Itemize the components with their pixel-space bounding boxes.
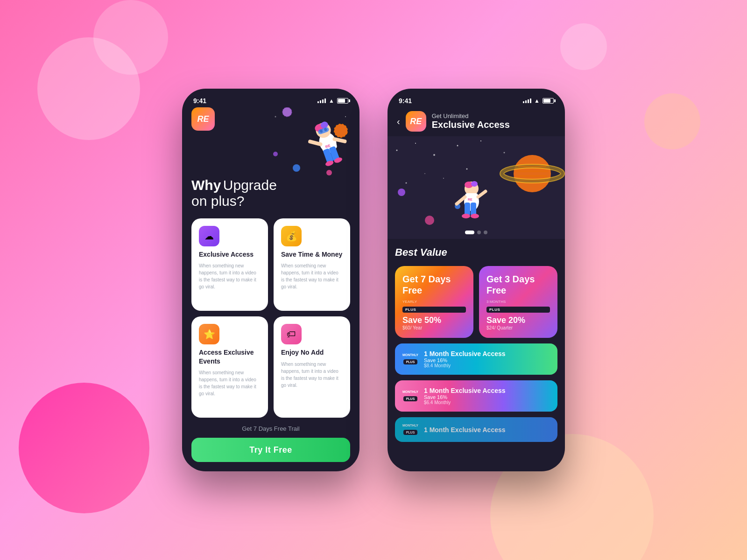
hero-illustration-1: RE — [261, 107, 359, 187]
phone2-header: ‹ RE Get Unlimited Exclusive Access — [388, 107, 565, 136]
monthly-price-1: $8.4 Monthly — [424, 363, 550, 368]
app-icon-2: RE — [406, 111, 426, 132]
3months-plan-type: 3 MONTHS — [486, 300, 550, 304]
monthly-badge-3: MONTHLY PLUS — [402, 424, 418, 435]
feature-card-access-events: ⭐ Access Exclusive Events When something… — [191, 316, 268, 418]
back-button[interactable]: ‹ — [397, 116, 400, 127]
title-on-plus: on plus? — [191, 193, 350, 209]
access-events-desc: When something new happens, turn it into… — [199, 369, 261, 397]
svg-point-36 — [406, 182, 407, 184]
svg-point-11 — [293, 164, 300, 172]
features-grid: ☁ Exclusive Access When something new ha… — [191, 218, 350, 418]
svg-text:RE: RE — [468, 198, 472, 201]
dot-2 — [477, 231, 481, 234]
yearly-save-price: $60/ Year — [402, 325, 466, 330]
monthly-title-3: 1 Month Exclusive Access — [424, 426, 550, 434]
yearly-save-pct: Save 50% — [402, 315, 466, 325]
pricing-card-3months[interactable]: Get 3 Days Free 3 MONTHS PLUS Save 20% $… — [479, 266, 557, 338]
svg-point-38 — [466, 168, 468, 170]
svg-point-40 — [425, 216, 434, 225]
svg-point-29 — [396, 150, 398, 151]
monthly-badge-1: MONTHLY PLUS — [402, 353, 418, 365]
exclusive-access-title: Exclusive Access — [199, 250, 261, 259]
svg-point-37 — [443, 178, 444, 179]
monthly-price-2: $6.4 Monthly — [424, 400, 550, 405]
exclusive-access-header: Exclusive Access — [432, 119, 510, 130]
hero-stars: RE — [388, 136, 565, 239]
yearly-days-free: Get 7 Days Free — [402, 273, 466, 296]
svg-point-58 — [462, 214, 470, 218]
wifi-icon: ▲ — [329, 98, 334, 104]
free-trail-text: Get 7 Days Free Trail — [242, 425, 300, 432]
monthly-card-3[interactable]: MONTHLY PLUS 1 Month Exclusive Access — [395, 417, 557, 442]
phone1-status-icons: ▲ — [317, 98, 348, 104]
phone-1: 9:41 ▲ RE — [182, 89, 359, 471]
best-value-label: Best Value — [395, 246, 557, 259]
access-events-icon: ⭐ — [199, 324, 219, 344]
svg-point-33 — [480, 140, 481, 141]
exclusive-access-desc: When something new happens, turn it into… — [199, 262, 261, 290]
signal-icon-2 — [523, 98, 531, 103]
get-unlimited-text: Get Unlimited — [432, 112, 510, 119]
phone2-hero: RE — [388, 136, 565, 239]
pricing-card-yearly[interactable]: Get 7 Days Free YEARLY PLUS Save 50% $60… — [395, 266, 473, 338]
no-ads-title: Enjoy No Add — [281, 348, 343, 357]
svg-point-35 — [424, 173, 425, 174]
3months-plan-badge: PLUS — [486, 307, 550, 313]
monthly-card-1[interactable]: MONTHLY PLUS 1 Month Exclusive Access Sa… — [395, 343, 557, 375]
phone1-notch — [238, 89, 303, 102]
save-time-desc: When something new happens, turn it into… — [281, 262, 343, 290]
feature-card-exclusive-access: ☁ Exclusive Access When something new ha… — [191, 218, 268, 311]
monthly-card-2[interactable]: MONTHLY PLUS 1 Month Exclusive Access Sa… — [395, 380, 557, 412]
svg-point-59 — [471, 214, 479, 218]
pricing-row: Get 7 Days Free YEARLY PLUS Save 50% $60… — [395, 266, 557, 338]
yearly-plan-type: YEARLY — [402, 300, 466, 304]
feature-card-no-ads: 🏷 Enjoy No Add When something new happen… — [274, 316, 350, 418]
svg-point-31 — [433, 154, 435, 156]
3months-days-free: Get 3 Days Free — [486, 273, 550, 296]
svg-point-13 — [273, 152, 278, 156]
try-free-button[interactable]: Try It Free — [191, 438, 350, 462]
svg-point-5 — [275, 116, 276, 118]
title-why: Why — [191, 177, 221, 193]
svg-point-32 — [457, 145, 458, 147]
svg-point-30 — [415, 143, 416, 144]
svg-rect-56 — [465, 203, 470, 216]
save-time-title: Save Time & Money — [281, 250, 343, 259]
battery-icon-2 — [543, 98, 554, 104]
svg-point-6 — [345, 116, 346, 117]
dot-3 — [484, 231, 487, 234]
exclusive-access-icon: ☁ — [199, 226, 219, 246]
no-ads-icon: 🏷 — [281, 324, 302, 344]
phone1-content: RE — [182, 107, 359, 471]
monthly-info-1: 1 Month Exclusive Access Save 16% $8.4 M… — [424, 350, 550, 368]
phone2-pricing-scroll[interactable]: Best Value Get 7 Days Free YEARLY PLUS S… — [388, 239, 565, 471]
3months-save-pct: Save 20% — [486, 315, 550, 325]
3months-save-price: $24/ Quarter — [486, 325, 550, 330]
svg-point-42 — [514, 155, 551, 192]
phone2-header-text: Get Unlimited Exclusive Access — [432, 112, 510, 130]
yearly-plan-badge: PLUS — [402, 307, 466, 313]
signal-icon — [317, 98, 326, 103]
svg-point-12 — [326, 170, 332, 175]
monthly-info-3: 1 Month Exclusive Access — [424, 426, 550, 434]
svg-line-27 — [310, 139, 320, 147]
access-events-title: Access Exclusive Events — [199, 348, 261, 365]
phone2-notch — [444, 89, 509, 102]
phone2-status-icons: ▲ — [523, 98, 554, 104]
svg-line-61 — [478, 191, 486, 197]
phones-container: 9:41 ▲ RE — [0, 0, 747, 560]
monthly-save-1: Save 16% — [424, 357, 550, 363]
feature-card-save-time: 💰 Save Time & Money When something new h… — [274, 218, 350, 311]
no-ads-desc: When something new happens, turn it into… — [281, 361, 343, 389]
svg-rect-57 — [471, 203, 476, 216]
svg-point-53 — [471, 181, 478, 187]
slide-dots — [465, 231, 487, 234]
phone1-footer: Get 7 Days Free Trail Try It Free — [191, 418, 350, 471]
app-icon-1: RE — [191, 107, 215, 131]
svg-point-39 — [398, 189, 405, 196]
battery-icon — [337, 98, 348, 104]
phone1-hero-area: RE — [191, 107, 350, 173]
monthly-badge-2: MONTHLY PLUS — [402, 390, 418, 402]
phone1-time: 9:41 — [193, 97, 206, 105]
